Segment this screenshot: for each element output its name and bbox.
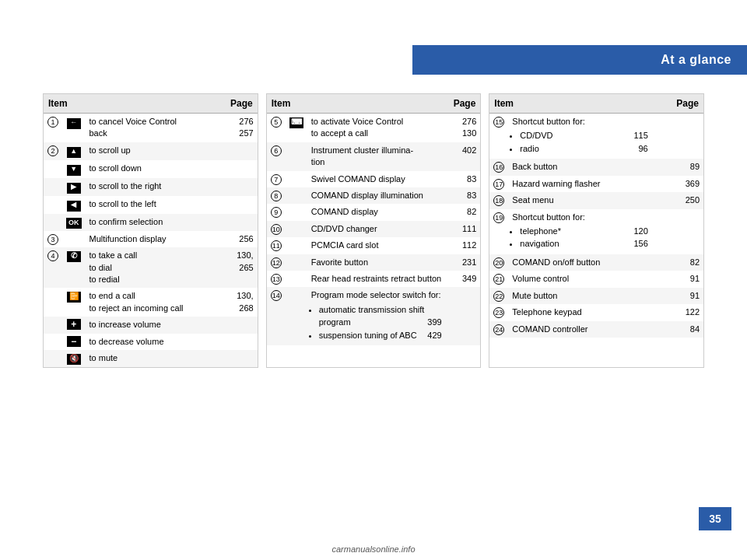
- table-row: 2 ▲ to scroll up: [44, 142, 258, 160]
- t3-col-item: Item: [489, 94, 654, 114]
- table-row: ▶ to scroll to the right: [44, 178, 258, 196]
- table-row: 13 Rear head restraints retract button 3…: [267, 271, 481, 287]
- table-row: 11 PCMCIA card slot 112: [267, 237, 481, 254]
- watermark: carmanualsonline.info: [331, 544, 415, 554]
- table-row: 18 Seat menu 250: [489, 192, 703, 208]
- table-row: 📴 to end a callto reject an incoming cal…: [44, 288, 258, 317]
- table-row: 21 Volume control 91: [489, 271, 703, 287]
- table-section-1: Item Page 1 ← to cancel Voice Controlbac…: [43, 93, 258, 368]
- table-row: 8 COMAND display illumination 83: [267, 187, 481, 204]
- table-section-2: Item Page 5 ⌨ to activate Voice Controlt…: [266, 93, 482, 368]
- table-row: 20 COMAND on/off button 82: [489, 254, 703, 271]
- table-section-3: Item Page 15 Shortcut button for: CD/DVD…: [489, 93, 704, 368]
- table-row: 5 ⌨ to activate Voice Controlto accept a…: [267, 114, 481, 142]
- table-row: 19 Shortcut button for: telephone* 120 n…: [489, 209, 703, 254]
- t2-col-page: Page: [449, 94, 481, 114]
- table-row: − to decrease volume: [44, 334, 258, 350]
- table-row: 17 Hazard warning flasher 369: [489, 176, 703, 192]
- table-2: Item Page 5 ⌨ to activate Voice Controlt…: [267, 94, 481, 345]
- t2-col-item: Item: [267, 94, 449, 114]
- table-row: 22 Mute button 91: [489, 288, 703, 304]
- table-row: ◀ to scroll to the left: [44, 196, 258, 214]
- table-row: 15 Shortcut button for: CD/DVD 115 radio…: [489, 114, 703, 159]
- page-number: 35: [699, 507, 731, 530]
- t3-col-page: Page: [655, 94, 703, 114]
- table-row: 24 COMAND controller 84: [489, 321, 703, 338]
- table-row: ▼ to scroll down: [44, 160, 258, 178]
- table-row: 10 CD/DVD changer 111: [267, 221, 481, 237]
- table-row: 4 ✆ to take a callto dialto redial 130,2…: [44, 247, 258, 288]
- table-row: OK to confirm selection: [44, 214, 258, 231]
- table-row: + to increase volume: [44, 317, 258, 333]
- t1-col-item: Item: [44, 94, 216, 114]
- table-row: 12 Favorite button 231: [267, 254, 481, 271]
- table-row: 🔇 to mute: [44, 350, 258, 367]
- table-row: 23 Telephone keypad 122: [489, 304, 703, 320]
- table-row: 14 Program mode selector switch for: aut…: [267, 287, 481, 345]
- header-bar: At a glance: [412, 45, 747, 75]
- table-row: 3 Multifunction display 256: [44, 231, 258, 247]
- table-3: Item Page 15 Shortcut button for: CD/DVD…: [489, 94, 703, 338]
- tables-container: Item Page 1 ← to cancel Voice Controlbac…: [43, 93, 704, 368]
- table-row: 1 ← to cancel Voice Controlback 276257: [44, 114, 258, 142]
- table-row: 16 Back button 89: [489, 159, 703, 175]
- t1-col-page: Page: [216, 94, 257, 114]
- table-1: Item Page 1 ← to cancel Voice Controlbac…: [44, 94, 258, 367]
- page-title: At a glance: [661, 53, 731, 67]
- table-row: 6 Instrument cluster illumina-tion 402: [267, 142, 481, 171]
- table-row: 9 COMAND display 82: [267, 204, 481, 220]
- table-row: 7 Swivel COMAND display 83: [267, 171, 481, 187]
